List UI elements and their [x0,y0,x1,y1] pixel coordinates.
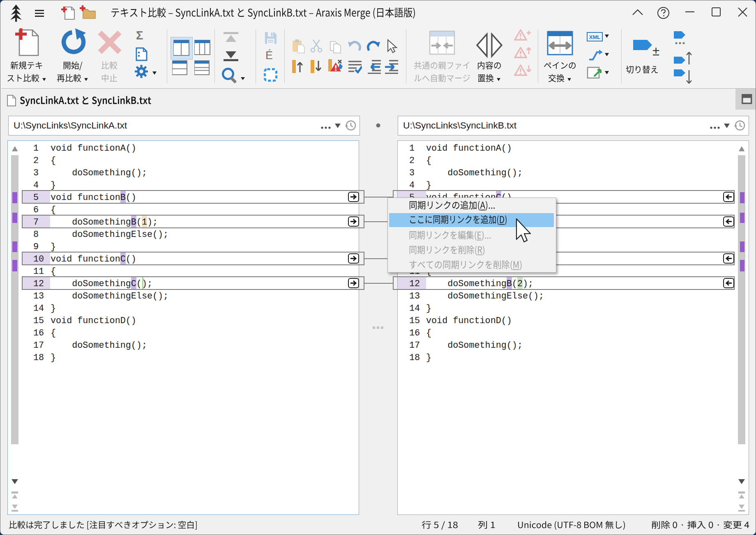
svg-text:XML: XML [589,34,601,40]
svg-text:±: ± [652,44,659,58]
